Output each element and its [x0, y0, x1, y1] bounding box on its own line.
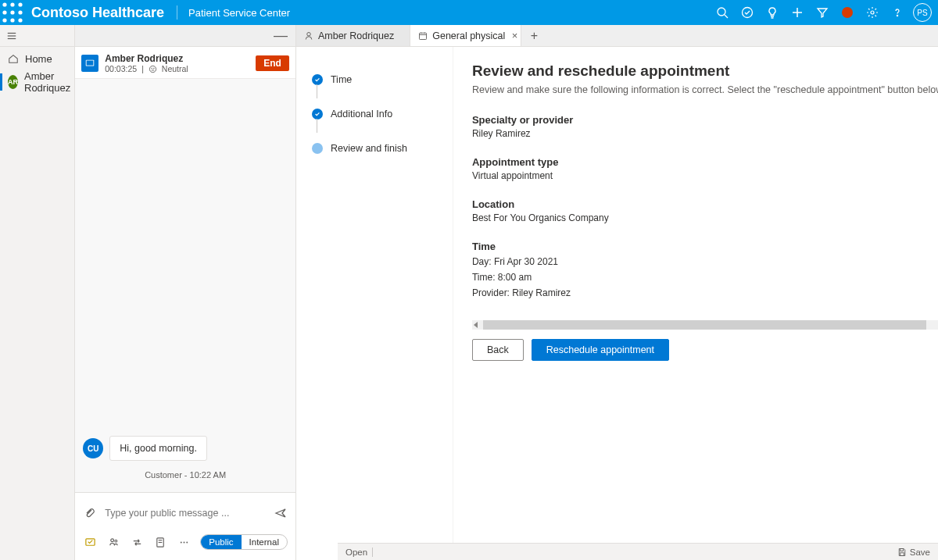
- svg-point-9: [718, 8, 725, 16]
- specialty-label: Specialty or provider: [472, 114, 938, 126]
- svg-rect-20: [87, 61, 94, 66]
- save-label: Save: [910, 548, 930, 557]
- chat-transcript: CU Hi, good morning. Customer - 10:22 AM: [75, 79, 295, 492]
- lightbulb-icon[interactable]: [760, 0, 785, 25]
- task-icon[interactable]: [735, 0, 760, 25]
- left-sidebar: Home AR Amber Rodriquez: [0, 25, 75, 560]
- pill-internal[interactable]: Internal: [242, 535, 287, 549]
- conversation-header: Amber Rodriquez 00:03:25 | Neutral End: [75, 47, 295, 79]
- location-value: Best For You Organics Company: [472, 212, 938, 223]
- svg-point-8: [18, 18, 22, 22]
- save-button[interactable]: Save: [897, 548, 930, 557]
- user-avatar[interactable]: PS: [913, 3, 932, 22]
- svg-point-5: [18, 10, 22, 14]
- location-label: Location: [472, 198, 938, 210]
- presence-indicator-icon[interactable]: [835, 0, 860, 25]
- tab-patient[interactable]: Amber Rodriquez: [296, 25, 410, 46]
- visibility-toggle: Public Internal: [200, 534, 288, 550]
- step-current-icon: [312, 143, 323, 154]
- time-provider-value: Provider: Riley Ramirez: [472, 286, 938, 300]
- calendar-icon: [418, 31, 428, 41]
- sentiment-icon: [149, 65, 157, 73]
- sidebar-hamburger[interactable]: [0, 25, 74, 47]
- sidebar-home-label: Home: [25, 53, 52, 65]
- patient-avatar-icon: AR: [8, 75, 18, 89]
- notes-icon[interactable]: [153, 535, 167, 549]
- search-icon[interactable]: [710, 0, 735, 25]
- page-title: Review and reschedule appointment: [472, 62, 938, 80]
- pill-public[interactable]: Public: [201, 535, 241, 549]
- type-label: Appointment type: [472, 156, 938, 168]
- step-additional-label: Additional Info: [331, 109, 392, 119]
- svg-point-33: [186, 541, 188, 543]
- chat-bubble-text: Hi, good morning.: [109, 436, 207, 461]
- back-button[interactable]: Back: [472, 339, 524, 361]
- chat-message: CU Hi, good morning.: [83, 436, 207, 461]
- svg-point-3: [2, 10, 6, 14]
- step-review-label: Review and finish: [331, 143, 407, 154]
- attach-icon[interactable]: [83, 506, 97, 520]
- svg-line-10: [725, 15, 728, 18]
- status-bar: Open Save: [338, 543, 938, 560]
- close-icon[interactable]: ×: [512, 30, 518, 41]
- tab-appointment-label: General physical: [432, 30, 505, 41]
- end-button[interactable]: End: [256, 55, 289, 71]
- svg-point-26: [111, 538, 114, 541]
- step-complete-icon: [312, 74, 323, 85]
- svg-point-23: [152, 68, 152, 69]
- app-title: Contoso Healthcare: [25, 5, 174, 21]
- consult-icon[interactable]: [106, 535, 120, 549]
- nav-divider: [177, 5, 177, 20]
- filter-icon[interactable]: [810, 0, 835, 25]
- compose-area: Public Internal: [75, 492, 295, 560]
- chat-timestamp: Customer - 10:22 AM: [75, 470, 295, 480]
- svg-point-7: [10, 18, 14, 22]
- svg-point-11: [743, 8, 753, 18]
- reschedule-button[interactable]: Reschedule appointment: [532, 339, 669, 361]
- transfer-icon[interactable]: [130, 535, 144, 549]
- conversation-sentiment: Neutral: [162, 64, 188, 73]
- sidebar-item-home[interactable]: Home: [0, 47, 74, 70]
- svg-point-24: [153, 68, 154, 69]
- conversation-person-name: Amber Rodriquez: [105, 53, 249, 64]
- app-launcher-icon[interactable]: [0, 0, 25, 25]
- more-icon[interactable]: [177, 535, 191, 549]
- person-icon: [304, 31, 313, 41]
- add-tab-button[interactable]: +: [521, 25, 546, 46]
- tab-patient-label: Amber Rodriquez: [318, 30, 394, 41]
- help-icon[interactable]: [885, 0, 910, 25]
- send-icon[interactable]: [274, 506, 288, 520]
- svg-point-6: [2, 18, 6, 22]
- type-value: Virtual appointment: [472, 170, 938, 181]
- tab-appointment[interactable]: General physical ×: [410, 25, 521, 46]
- svg-rect-39: [900, 548, 904, 551]
- step-time-label: Time: [331, 74, 352, 85]
- time-day-value: Day: Fri Apr 30 2021: [472, 255, 938, 269]
- status-divider: [372, 548, 373, 557]
- step-review[interactable]: Review and finish: [312, 131, 445, 166]
- svg-point-0: [2, 2, 6, 6]
- status-open-label[interactable]: Open: [345, 548, 367, 557]
- sidebar-item-patient[interactable]: AR Amber Rodriquez: [0, 70, 74, 94]
- conversation-titlebar: —: [75, 25, 295, 47]
- settings-icon[interactable]: [860, 0, 885, 25]
- svg-rect-35: [420, 33, 427, 39]
- svg-point-14: [871, 11, 874, 14]
- top-navbar: Contoso Healthcare Patient Service Cente…: [0, 0, 938, 25]
- time-time-value: Time: 8:00 am: [472, 270, 938, 284]
- time-label: Time: [472, 241, 938, 252]
- step-time[interactable]: Time: [312, 62, 445, 97]
- minimize-icon[interactable]: —: [274, 27, 288, 44]
- message-input[interactable]: [105, 508, 266, 519]
- svg-point-15: [897, 15, 897, 16]
- step-additional-info[interactable]: Additional Info: [312, 97, 445, 131]
- conversation-timer: 00:03:25: [105, 64, 137, 73]
- horizontal-scrollbar[interactable]: [472, 320, 938, 330]
- svg-point-27: [115, 540, 117, 542]
- conversation-panel: — Amber Rodriquez 00:03:25 | Neutral End…: [75, 25, 296, 560]
- quick-reply-icon[interactable]: [83, 535, 97, 549]
- svg-point-21: [149, 66, 156, 72]
- add-icon[interactable]: [785, 0, 810, 25]
- review-form: Review and reschedule appointment Review…: [453, 47, 938, 560]
- detail-panel: Amber Rodriquez General physical × + Tim…: [296, 25, 938, 560]
